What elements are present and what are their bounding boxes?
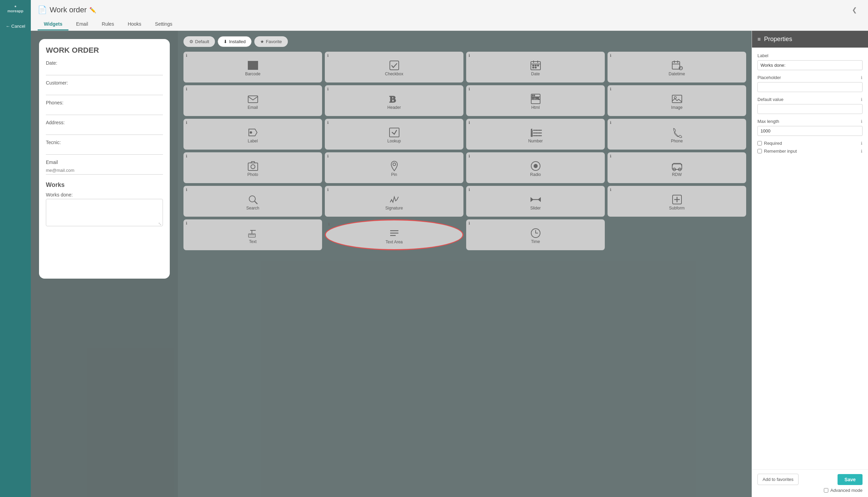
advanced-mode-row: Advanced mode bbox=[757, 488, 863, 493]
widget-rdw[interactable]: ℹ RDW bbox=[608, 152, 746, 183]
widget-info-icon: ℹ bbox=[186, 188, 187, 192]
widget-email[interactable]: ℹ Email bbox=[183, 85, 322, 116]
add-to-favorites-button[interactable]: Add to favorites bbox=[757, 474, 799, 485]
form-title: WORK ORDER bbox=[46, 46, 163, 55]
lookup-icon bbox=[388, 126, 400, 139]
widget-html[interactable]: ℹ HTML Html bbox=[466, 85, 605, 116]
tab-email[interactable]: Email bbox=[70, 18, 94, 30]
widget-info-icon: ℹ bbox=[186, 154, 187, 158]
widget-label-radio: Radio bbox=[530, 172, 541, 177]
widget-info-icon: ℹ bbox=[327, 188, 329, 192]
prop-input-max-length[interactable] bbox=[757, 126, 863, 136]
pin-icon bbox=[388, 160, 400, 172]
prop-label-placeholder: Placeholder ℹ bbox=[757, 75, 863, 80]
widget-textarea[interactable]: ℹ Text Area bbox=[325, 219, 463, 250]
widget-datetime[interactable]: ℹ Datetime bbox=[608, 52, 746, 82]
topbar: 📄 Work order ✏️ ❮ Widgets Email Rules Ho… bbox=[31, 0, 868, 31]
widget-photo[interactable]: ℹ Photo bbox=[183, 152, 322, 183]
filter-tab-favorite[interactable]: ★ Favorite bbox=[254, 36, 288, 47]
svg-point-41 bbox=[534, 164, 537, 168]
tab-hooks[interactable]: Hooks bbox=[122, 18, 148, 30]
widget-search[interactable]: ℹ Search bbox=[183, 186, 322, 217]
widget-time[interactable]: ℹ Time bbox=[466, 219, 605, 250]
remember-info-icon[interactable]: ℹ bbox=[861, 149, 863, 154]
field-input-customer[interactable] bbox=[46, 87, 163, 95]
footer-buttons: Add to favorites Save bbox=[757, 474, 863, 485]
svg-rect-16 bbox=[533, 67, 534, 68]
widget-info-icon: ℹ bbox=[469, 221, 470, 226]
widget-label-html: Html bbox=[531, 105, 540, 110]
widget-date[interactable]: ℹ Date bbox=[466, 52, 605, 82]
svg-rect-18 bbox=[672, 62, 680, 69]
widget-radio[interactable]: ℹ Radio bbox=[466, 152, 605, 183]
widget-number[interactable]: ℹ 1 ———— 2 ———— 3 ———— Number bbox=[466, 119, 605, 150]
prop-required-checkbox[interactable] bbox=[757, 141, 762, 145]
svg-rect-0 bbox=[248, 61, 249, 69]
textarea-wrapper: ⤡ bbox=[46, 199, 163, 228]
max-length-info-icon[interactable]: ℹ bbox=[861, 119, 863, 124]
slider-icon bbox=[529, 193, 542, 206]
field-label-date: Date: bbox=[46, 60, 163, 66]
advanced-mode-checkbox[interactable] bbox=[824, 488, 828, 493]
form-preview-panel: WORK ORDER Date: Customer: Phones: Addre… bbox=[31, 31, 178, 497]
prop-group-placeholder: Placeholder ℹ bbox=[757, 75, 863, 92]
widget-pin[interactable]: ℹ Pin bbox=[325, 152, 463, 183]
widget-header[interactable]: ℹ B Header bbox=[325, 85, 463, 116]
widget-label-signature: Signature bbox=[385, 206, 403, 211]
widget-slider[interactable]: ℹ Slider bbox=[466, 186, 605, 217]
prop-remember-checkbox[interactable] bbox=[757, 149, 762, 153]
default-value-info-icon[interactable]: ℹ bbox=[861, 97, 863, 102]
required-info-icon[interactable]: ℹ bbox=[861, 141, 863, 146]
widget-image[interactable]: ℹ Image bbox=[608, 85, 746, 116]
phone-icon bbox=[671, 126, 683, 139]
widget-filter-tabs: ⚙ Default ⬇ Installed ★ Favorite bbox=[183, 36, 746, 47]
prop-group-default-value: Default value ℹ bbox=[757, 97, 863, 114]
save-button[interactable]: Save bbox=[838, 474, 863, 485]
svg-text:3 ————: 3 ———— bbox=[531, 134, 542, 137]
prop-label-label: Label bbox=[757, 53, 863, 58]
field-label-email: Email bbox=[46, 160, 163, 165]
field-input-date[interactable] bbox=[46, 67, 163, 75]
widget-lookup[interactable]: ℹ Lookup bbox=[325, 119, 463, 150]
field-input-address[interactable] bbox=[46, 127, 163, 135]
signature-icon bbox=[388, 193, 400, 206]
time-icon bbox=[529, 227, 542, 239]
prop-input-placeholder[interactable] bbox=[757, 82, 863, 92]
filter-tab-default[interactable]: ⚙ Default bbox=[183, 36, 215, 47]
widget-text[interactable]: ℹ Text bbox=[183, 219, 322, 250]
field-label-customer: Customer: bbox=[46, 80, 163, 86]
app-logo: ● moreapp bbox=[8, 4, 23, 13]
widget-label-barcode: Barcode bbox=[245, 72, 260, 76]
widget-subform[interactable]: ℹ Subform bbox=[608, 186, 746, 217]
widget-info-icon: ℹ bbox=[327, 53, 329, 58]
field-input-email[interactable] bbox=[46, 166, 163, 175]
widget-phone[interactable]: ℹ Phone bbox=[608, 119, 746, 150]
widget-checkbox[interactable]: ℹ Checkbox bbox=[325, 52, 463, 82]
form-field-address: Address: bbox=[46, 120, 163, 135]
prop-input-default-value[interactable] bbox=[757, 104, 863, 114]
tab-widgets[interactable]: Widgets bbox=[38, 18, 68, 30]
filter-tab-installed[interactable]: ⬇ Installed bbox=[218, 36, 251, 47]
widget-signature[interactable]: ℹ Signature bbox=[325, 186, 463, 217]
prop-input-label[interactable] bbox=[757, 60, 863, 70]
page-title: Work order bbox=[50, 5, 87, 14]
svg-rect-17 bbox=[535, 67, 536, 68]
tab-settings[interactable]: Settings bbox=[149, 18, 179, 30]
widget-barcode[interactable]: ℹ Barcode bbox=[183, 52, 322, 82]
field-input-phones[interactable] bbox=[46, 107, 163, 115]
svg-marker-49 bbox=[538, 198, 540, 201]
edit-title-icon[interactable]: ✏️ bbox=[89, 7, 96, 13]
svg-rect-37 bbox=[248, 163, 258, 170]
widget-info-icon: ℹ bbox=[327, 154, 329, 158]
collapse-panel-button[interactable]: ❮ bbox=[848, 3, 861, 16]
field-input-tecnic[interactable] bbox=[46, 146, 163, 155]
properties-header: ≡ Properties bbox=[752, 31, 868, 48]
svg-marker-48 bbox=[531, 198, 533, 201]
tab-rules[interactable]: Rules bbox=[95, 18, 120, 30]
field-textarea-works-done[interactable] bbox=[46, 199, 163, 226]
text-icon bbox=[247, 227, 259, 239]
widget-label[interactable]: ℹ Label bbox=[183, 119, 322, 150]
html-icon: HTML bbox=[529, 93, 542, 105]
placeholder-info-icon[interactable]: ℹ bbox=[861, 75, 863, 80]
cancel-button[interactable]: ← Cancel bbox=[5, 24, 25, 29]
